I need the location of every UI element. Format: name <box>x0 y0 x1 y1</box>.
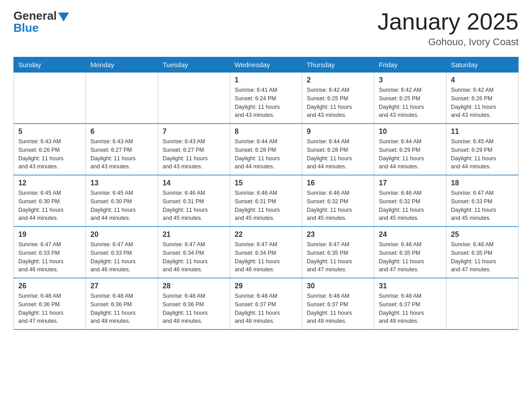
day-info: Sunrise: 6:45 AM Sunset: 6:30 PM Dayligh… <box>18 189 81 223</box>
calendar-cell <box>86 73 158 124</box>
day-number: 15 <box>235 179 297 187</box>
day-number: 27 <box>90 282 153 290</box>
day-info: Sunrise: 6:44 AM Sunset: 6:28 PM Dayligh… <box>307 137 369 171</box>
calendar-cell: 26Sunrise: 6:48 AM Sunset: 6:36 PM Dayli… <box>14 278 86 330</box>
day-info: Sunrise: 6:47 AM Sunset: 6:33 PM Dayligh… <box>90 240 153 274</box>
calendar-cell: 30Sunrise: 6:48 AM Sunset: 6:37 PM Dayli… <box>302 278 374 330</box>
day-number: 30 <box>307 282 369 290</box>
calendar-cell: 9Sunrise: 6:44 AM Sunset: 6:28 PM Daylig… <box>302 124 374 175</box>
day-number: 11 <box>451 128 514 136</box>
calendar-cell: 24Sunrise: 6:48 AM Sunset: 6:35 PM Dayli… <box>374 227 446 278</box>
calendar-cell: 16Sunrise: 6:46 AM Sunset: 6:32 PM Dayli… <box>302 175 374 227</box>
day-info: Sunrise: 6:43 AM Sunset: 6:26 PM Dayligh… <box>18 137 81 171</box>
day-number: 28 <box>163 282 225 290</box>
day-info: Sunrise: 6:48 AM Sunset: 6:37 PM Dayligh… <box>235 292 297 325</box>
title-section: January 2025 Gohouo, Ivory Coast <box>378 9 519 48</box>
day-of-week-header: Wednesday <box>230 57 302 73</box>
calendar-table: SundayMondayTuesdayWednesdayThursdayFrid… <box>13 57 519 330</box>
day-number: 4 <box>451 76 514 84</box>
day-info: Sunrise: 6:48 AM Sunset: 6:36 PM Dayligh… <box>90 292 153 325</box>
day-of-week-header: Sunday <box>14 57 86 73</box>
calendar-cell: 19Sunrise: 6:47 AM Sunset: 6:33 PM Dayli… <box>14 227 86 278</box>
calendar-cell: 20Sunrise: 6:47 AM Sunset: 6:33 PM Dayli… <box>86 227 158 278</box>
calendar-cell: 7Sunrise: 6:43 AM Sunset: 6:27 PM Daylig… <box>158 124 230 175</box>
day-number: 12 <box>18 179 81 187</box>
calendar-header-row: SundayMondayTuesdayWednesdayThursdayFrid… <box>14 57 519 73</box>
calendar-cell: 4Sunrise: 6:42 AM Sunset: 6:26 PM Daylig… <box>446 73 519 124</box>
day-number: 8 <box>235 128 297 136</box>
day-number: 20 <box>90 231 153 239</box>
day-number: 24 <box>379 231 442 239</box>
calendar-cell <box>158 73 230 124</box>
day-number: 19 <box>18 231 81 239</box>
day-number: 31 <box>379 282 442 290</box>
day-info: Sunrise: 6:47 AM Sunset: 6:33 PM Dayligh… <box>18 240 81 274</box>
calendar-cell: 15Sunrise: 6:46 AM Sunset: 6:31 PM Dayli… <box>230 175 302 227</box>
day-number: 7 <box>163 128 225 136</box>
day-number: 21 <box>163 231 225 239</box>
day-info: Sunrise: 6:45 AM Sunset: 6:30 PM Dayligh… <box>90 189 153 223</box>
day-of-week-header: Thursday <box>302 57 374 73</box>
day-info: Sunrise: 6:45 AM Sunset: 6:29 PM Dayligh… <box>451 137 514 171</box>
calendar-cell: 2Sunrise: 6:42 AM Sunset: 6:25 PM Daylig… <box>302 73 374 124</box>
day-info: Sunrise: 6:47 AM Sunset: 6:33 PM Dayligh… <box>451 189 514 223</box>
calendar-cell: 23Sunrise: 6:47 AM Sunset: 6:35 PM Dayli… <box>302 227 374 278</box>
calendar-cell: 27Sunrise: 6:48 AM Sunset: 6:36 PM Dayli… <box>86 278 158 330</box>
calendar-cell: 13Sunrise: 6:45 AM Sunset: 6:30 PM Dayli… <box>86 175 158 227</box>
calendar-cell: 25Sunrise: 6:48 AM Sunset: 6:35 PM Dayli… <box>446 227 519 278</box>
calendar-cell: 17Sunrise: 6:46 AM Sunset: 6:32 PM Dayli… <box>374 175 446 227</box>
day-number: 29 <box>235 282 297 290</box>
calendar-week-row: 5Sunrise: 6:43 AM Sunset: 6:26 PM Daylig… <box>14 124 519 175</box>
day-number: 22 <box>235 231 297 239</box>
calendar-week-row: 26Sunrise: 6:48 AM Sunset: 6:36 PM Dayli… <box>14 278 519 330</box>
calendar-cell: 29Sunrise: 6:48 AM Sunset: 6:37 PM Dayli… <box>230 278 302 330</box>
day-info: Sunrise: 6:47 AM Sunset: 6:34 PM Dayligh… <box>163 240 225 274</box>
calendar-cell: 28Sunrise: 6:48 AM Sunset: 6:36 PM Dayli… <box>158 278 230 330</box>
calendar-cell: 8Sunrise: 6:44 AM Sunset: 6:28 PM Daylig… <box>230 124 302 175</box>
day-info: Sunrise: 6:42 AM Sunset: 6:26 PM Dayligh… <box>451 86 514 120</box>
location-text: Gohouo, Ivory Coast <box>378 36 519 48</box>
day-info: Sunrise: 6:41 AM Sunset: 6:24 PM Dayligh… <box>235 86 297 120</box>
day-info: Sunrise: 6:46 AM Sunset: 6:32 PM Dayligh… <box>379 189 442 223</box>
calendar-cell: 5Sunrise: 6:43 AM Sunset: 6:26 PM Daylig… <box>14 124 86 175</box>
calendar-cell: 10Sunrise: 6:44 AM Sunset: 6:29 PM Dayli… <box>374 124 446 175</box>
day-info: Sunrise: 6:47 AM Sunset: 6:34 PM Dayligh… <box>235 240 297 274</box>
day-info: Sunrise: 6:44 AM Sunset: 6:29 PM Dayligh… <box>379 137 442 171</box>
day-number: 18 <box>451 179 514 187</box>
calendar-cell: 18Sunrise: 6:47 AM Sunset: 6:33 PM Dayli… <box>446 175 519 227</box>
calendar-cell: 12Sunrise: 6:45 AM Sunset: 6:30 PM Dayli… <box>14 175 86 227</box>
day-info: Sunrise: 6:43 AM Sunset: 6:27 PM Dayligh… <box>90 137 153 171</box>
day-number: 3 <box>379 76 442 84</box>
calendar-cell <box>446 278 519 330</box>
day-number: 1 <box>235 76 297 84</box>
calendar-cell: 1Sunrise: 6:41 AM Sunset: 6:24 PM Daylig… <box>230 73 302 124</box>
calendar-cell: 11Sunrise: 6:45 AM Sunset: 6:29 PM Dayli… <box>446 124 519 175</box>
day-info: Sunrise: 6:42 AM Sunset: 6:25 PM Dayligh… <box>307 86 369 120</box>
day-info: Sunrise: 6:48 AM Sunset: 6:35 PM Dayligh… <box>451 240 514 274</box>
day-number: 17 <box>379 179 442 187</box>
day-number: 2 <box>307 76 369 84</box>
day-info: Sunrise: 6:48 AM Sunset: 6:36 PM Dayligh… <box>18 292 81 325</box>
day-of-week-header: Tuesday <box>158 57 230 73</box>
day-info: Sunrise: 6:47 AM Sunset: 6:35 PM Dayligh… <box>307 240 369 274</box>
day-info: Sunrise: 6:48 AM Sunset: 6:36 PM Dayligh… <box>163 292 225 325</box>
logo: General Blue <box>13 9 69 35</box>
day-number: 26 <box>18 282 81 290</box>
calendar-cell: 21Sunrise: 6:47 AM Sunset: 6:34 PM Dayli… <box>158 227 230 278</box>
day-info: Sunrise: 6:43 AM Sunset: 6:27 PM Dayligh… <box>163 137 225 171</box>
day-number: 13 <box>90 179 153 187</box>
day-info: Sunrise: 6:46 AM Sunset: 6:31 PM Dayligh… <box>163 189 225 223</box>
day-info: Sunrise: 6:48 AM Sunset: 6:37 PM Dayligh… <box>307 292 369 325</box>
calendar-cell: 6Sunrise: 6:43 AM Sunset: 6:27 PM Daylig… <box>86 124 158 175</box>
calendar-week-row: 12Sunrise: 6:45 AM Sunset: 6:30 PM Dayli… <box>14 175 519 227</box>
page-header: General Blue January 2025 Gohouo, Ivory … <box>13 9 519 48</box>
calendar-week-row: 19Sunrise: 6:47 AM Sunset: 6:33 PM Dayli… <box>14 227 519 278</box>
day-number: 25 <box>451 231 514 239</box>
day-number: 14 <box>163 179 225 187</box>
calendar-cell: 22Sunrise: 6:47 AM Sunset: 6:34 PM Dayli… <box>230 227 302 278</box>
day-of-week-header: Monday <box>86 57 158 73</box>
day-info: Sunrise: 6:44 AM Sunset: 6:28 PM Dayligh… <box>235 137 297 171</box>
calendar-cell: 31Sunrise: 6:48 AM Sunset: 6:37 PM Dayli… <box>374 278 446 330</box>
day-info: Sunrise: 6:48 AM Sunset: 6:37 PM Dayligh… <box>379 292 442 325</box>
logo-blue-text: Blue <box>13 21 39 35</box>
